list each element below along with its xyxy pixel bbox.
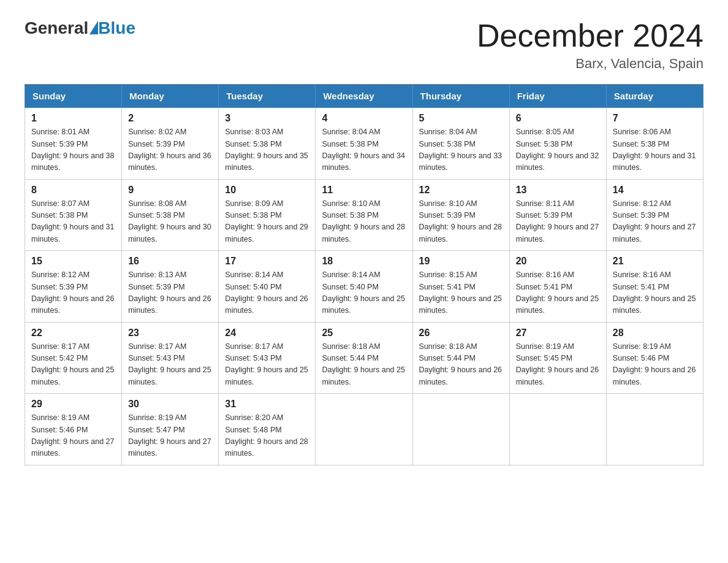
table-row: 25 Sunrise: 8:18 AMSunset: 5:44 PMDaylig… (316, 322, 412, 394)
table-row: 5 Sunrise: 8:04 AMSunset: 5:38 PMDayligh… (412, 108, 509, 180)
table-row: 8 Sunrise: 8:07 AMSunset: 5:38 PMDayligh… (25, 179, 122, 251)
table-row: 10 Sunrise: 8:09 AMSunset: 5:38 PMDaylig… (219, 179, 316, 251)
day-number: 16 (128, 256, 212, 267)
table-row: 20 Sunrise: 8:16 AMSunset: 5:41 PMDaylig… (509, 251, 606, 323)
table-row (509, 394, 606, 465)
table-row: 14 Sunrise: 8:12 AMSunset: 5:39 PMDaylig… (606, 179, 703, 251)
day-info: Sunrise: 8:15 AMSunset: 5:41 PMDaylight:… (419, 270, 502, 315)
table-row: 16 Sunrise: 8:13 AMSunset: 5:39 PMDaylig… (122, 251, 219, 323)
main-title: December 2024 (477, 18, 703, 53)
day-number: 26 (419, 327, 503, 339)
title-block: December 2024 Barx, Valencia, Spain (477, 18, 703, 72)
day-info: Sunrise: 8:17 AMSunset: 5:43 PMDaylight:… (225, 342, 308, 386)
day-number: 5 (419, 113, 503, 124)
table-row: 19 Sunrise: 8:15 AMSunset: 5:41 PMDaylig… (412, 251, 509, 323)
day-number: 23 (128, 327, 212, 339)
day-info: Sunrise: 8:06 AMSunset: 5:38 PMDaylight:… (613, 128, 696, 172)
day-number: 29 (31, 399, 115, 410)
calendar-week-row: 29 Sunrise: 8:19 AMSunset: 5:46 PMDaylig… (25, 394, 703, 465)
logo-text: General Blue (25, 18, 135, 38)
table-row: 22 Sunrise: 8:17 AMSunset: 5:42 PMDaylig… (25, 322, 122, 394)
table-row: 30 Sunrise: 8:19 AMSunset: 5:47 PMDaylig… (122, 394, 219, 465)
logo: General Blue (25, 18, 135, 38)
day-info: Sunrise: 8:09 AMSunset: 5:38 PMDaylight:… (225, 199, 308, 243)
day-info: Sunrise: 8:16 AMSunset: 5:41 PMDaylight:… (516, 270, 599, 315)
day-info: Sunrise: 8:14 AMSunset: 5:40 PMDaylight:… (225, 270, 308, 315)
table-row: 31 Sunrise: 8:20 AMSunset: 5:48 PMDaylig… (219, 394, 316, 465)
day-info: Sunrise: 8:11 AMSunset: 5:39 PMDaylight:… (516, 199, 599, 243)
calendar-week-row: 22 Sunrise: 8:17 AMSunset: 5:42 PMDaylig… (25, 322, 703, 394)
table-row: 1 Sunrise: 8:01 AMSunset: 5:39 PMDayligh… (25, 108, 122, 180)
logo-triangle-icon (89, 21, 98, 34)
table-row: 21 Sunrise: 8:16 AMSunset: 5:41 PMDaylig… (606, 251, 703, 323)
day-info: Sunrise: 8:12 AMSunset: 5:39 PMDaylight:… (31, 270, 115, 315)
calendar-table: Sunday Monday Tuesday Wednesday Thursday… (25, 84, 703, 465)
day-number: 27 (516, 327, 600, 339)
calendar-header-row: Sunday Monday Tuesday Wednesday Thursday… (25, 85, 703, 108)
day-number: 3 (225, 113, 309, 124)
day-info: Sunrise: 8:03 AMSunset: 5:38 PMDaylight:… (225, 128, 308, 172)
table-row: 24 Sunrise: 8:17 AMSunset: 5:43 PMDaylig… (219, 322, 316, 394)
table-row: 17 Sunrise: 8:14 AMSunset: 5:40 PMDaylig… (219, 251, 316, 323)
day-info: Sunrise: 8:19 AMSunset: 5:46 PMDaylight:… (31, 413, 115, 458)
day-info: Sunrise: 8:16 AMSunset: 5:41 PMDaylight:… (613, 270, 696, 315)
location-subtitle: Barx, Valencia, Spain (477, 56, 703, 72)
day-info: Sunrise: 8:20 AMSunset: 5:48 PMDaylight:… (225, 413, 308, 458)
day-number: 30 (128, 399, 212, 410)
day-number: 22 (31, 327, 115, 339)
day-number: 31 (225, 399, 309, 410)
day-number: 2 (128, 113, 212, 124)
day-number: 24 (225, 327, 309, 339)
table-row (412, 394, 509, 465)
col-tuesday: Tuesday (219, 85, 316, 108)
table-row: 18 Sunrise: 8:14 AMSunset: 5:40 PMDaylig… (316, 251, 412, 323)
calendar-week-row: 15 Sunrise: 8:12 AMSunset: 5:39 PMDaylig… (25, 251, 703, 323)
col-friday: Friday (509, 85, 606, 108)
calendar-week-row: 8 Sunrise: 8:07 AMSunset: 5:38 PMDayligh… (25, 179, 703, 251)
day-info: Sunrise: 8:10 AMSunset: 5:38 PMDaylight:… (322, 199, 405, 243)
day-info: Sunrise: 8:14 AMSunset: 5:40 PMDaylight:… (322, 270, 405, 315)
day-info: Sunrise: 8:01 AMSunset: 5:39 PMDaylight:… (31, 128, 115, 172)
day-number: 8 (31, 185, 115, 196)
day-info: Sunrise: 8:19 AMSunset: 5:46 PMDaylight:… (613, 342, 696, 386)
logo-blue: Blue (98, 18, 135, 38)
day-number: 6 (516, 113, 600, 124)
page-header: General Blue December 2024 Barx, Valenci… (25, 18, 703, 72)
day-number: 7 (613, 113, 697, 124)
day-number: 1 (31, 113, 115, 124)
day-info: Sunrise: 8:18 AMSunset: 5:44 PMDaylight:… (419, 342, 502, 386)
table-row: 4 Sunrise: 8:04 AMSunset: 5:38 PMDayligh… (316, 108, 412, 180)
day-info: Sunrise: 8:04 AMSunset: 5:38 PMDaylight:… (419, 128, 502, 172)
table-row: 28 Sunrise: 8:19 AMSunset: 5:46 PMDaylig… (606, 322, 703, 394)
table-row: 2 Sunrise: 8:02 AMSunset: 5:39 PMDayligh… (122, 108, 219, 180)
day-info: Sunrise: 8:12 AMSunset: 5:39 PMDaylight:… (613, 199, 696, 243)
day-info: Sunrise: 8:19 AMSunset: 5:47 PMDaylight:… (128, 413, 211, 458)
table-row (316, 394, 412, 465)
table-row: 15 Sunrise: 8:12 AMSunset: 5:39 PMDaylig… (25, 251, 122, 323)
day-number: 25 (322, 327, 406, 339)
day-info: Sunrise: 8:02 AMSunset: 5:39 PMDaylight:… (128, 128, 211, 172)
logo-general: General (25, 18, 88, 38)
col-thursday: Thursday (412, 85, 509, 108)
table-row (606, 394, 703, 465)
table-row: 12 Sunrise: 8:10 AMSunset: 5:39 PMDaylig… (412, 179, 509, 251)
day-info: Sunrise: 8:19 AMSunset: 5:45 PMDaylight:… (516, 342, 599, 386)
day-number: 14 (613, 185, 697, 196)
day-number: 21 (613, 256, 697, 267)
col-wednesday: Wednesday (316, 85, 412, 108)
day-number: 20 (516, 256, 600, 267)
day-number: 4 (322, 113, 406, 124)
day-info: Sunrise: 8:08 AMSunset: 5:38 PMDaylight:… (128, 199, 211, 243)
col-sunday: Sunday (25, 85, 122, 108)
day-number: 10 (225, 185, 309, 196)
col-saturday: Saturday (606, 85, 703, 108)
table-row: 29 Sunrise: 8:19 AMSunset: 5:46 PMDaylig… (25, 394, 122, 465)
day-info: Sunrise: 8:18 AMSunset: 5:44 PMDaylight:… (322, 342, 405, 386)
day-number: 13 (516, 185, 600, 196)
col-monday: Monday (122, 85, 219, 108)
day-number: 12 (419, 185, 503, 196)
day-info: Sunrise: 8:13 AMSunset: 5:39 PMDaylight:… (128, 270, 211, 315)
day-number: 11 (322, 185, 406, 196)
table-row: 13 Sunrise: 8:11 AMSunset: 5:39 PMDaylig… (509, 179, 606, 251)
table-row: 3 Sunrise: 8:03 AMSunset: 5:38 PMDayligh… (219, 108, 316, 180)
